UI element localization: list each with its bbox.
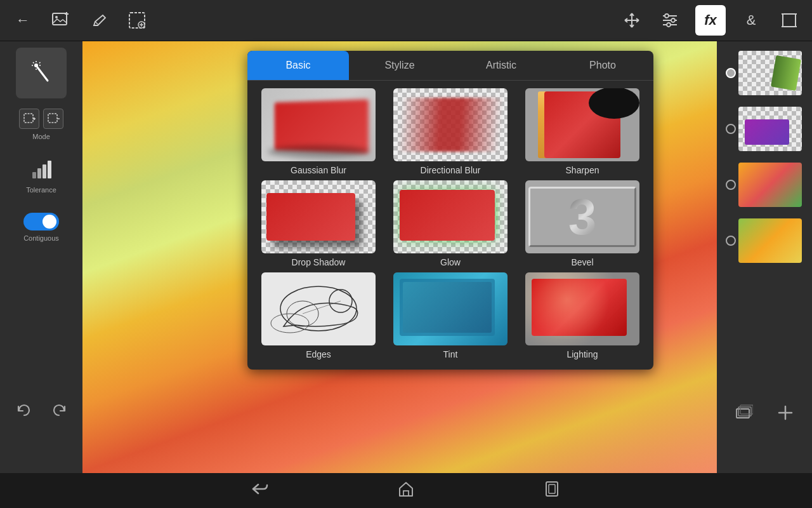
svg-rect-30 — [48, 114, 57, 123]
svg-rect-34 — [43, 164, 46, 178]
glow-thumbnail — [393, 180, 508, 253]
effect-glow[interactable]: Glow — [387, 180, 514, 267]
svg-point-13 — [667, 23, 671, 27]
svg-line-20 — [37, 67, 48, 81]
effect-lighting[interactable]: Lighting — [519, 272, 646, 359]
gaussian-blur-thumbnail — [261, 88, 376, 161]
edges-thumbnail — [261, 272, 376, 345]
svg-line-26 — [39, 62, 41, 64]
undo-redo-section — [0, 396, 82, 429]
left-sidebar: Mode Tolerance Contiguous — [0, 41, 82, 473]
svg-rect-33 — [37, 168, 41, 178]
sharpen-label: Sharpen — [566, 165, 599, 175]
layer-radio-2 — [726, 124, 736, 134]
fx-label: fx — [704, 12, 717, 29]
drop-shadow-label: Drop Shadow — [292, 257, 346, 267]
fx-effects-grid: Gaussian Blur Directional Blur Sharpen — [247, 88, 653, 359]
tab-artistic[interactable]: Artistic — [450, 51, 552, 80]
bottom-bar — [0, 473, 812, 508]
magic-wand-tool[interactable] — [16, 48, 67, 98]
undo-button[interactable] — [16, 402, 32, 422]
layer-item-3[interactable] — [723, 159, 806, 210]
add-image-button[interactable] — [48, 8, 74, 33]
layer-thumbnail-1 — [738, 51, 802, 95]
fx-panel: Basic Stylize Artistic Photo Gaussian Bl… — [247, 51, 653, 370]
mode-section: Mode — [16, 109, 67, 140]
gaussian-blur-label: Gaussian Blur — [291, 165, 346, 175]
effect-bevel[interactable]: 3 Bevel — [519, 180, 646, 267]
magic-wand-icon — [30, 60, 53, 86]
layer-thumbnail-2 — [738, 107, 802, 151]
recents-button[interactable] — [542, 479, 561, 502]
draw-button[interactable] — [86, 8, 112, 33]
svg-rect-48 — [549, 485, 555, 493]
fx-tabs: Basic Stylize Artistic Photo — [247, 51, 653, 81]
contiguous-label: Contiguous — [23, 234, 59, 242]
svg-rect-27 — [24, 114, 33, 123]
layers-panel-button[interactable] — [735, 404, 753, 425]
selection-button[interactable] — [124, 8, 150, 33]
effect-directional-blur[interactable]: Directional Blur — [387, 88, 514, 175]
top-toolbar: ← — [0, 0, 812, 41]
layer-item-1[interactable] — [723, 48, 806, 98]
directional-blur-thumbnail — [393, 88, 508, 161]
effect-sharpen[interactable]: Sharpen — [519, 88, 646, 175]
sliders-button[interactable] — [657, 8, 683, 33]
svg-rect-14 — [783, 14, 796, 27]
tint-thumbnail — [393, 272, 508, 345]
back-navigation-button[interactable] — [251, 479, 270, 502]
bevel-thumbnail: 3 — [525, 180, 639, 253]
svg-rect-32 — [32, 172, 36, 178]
tab-photo[interactable]: Photo — [552, 51, 653, 80]
svg-point-12 — [671, 18, 675, 22]
tolerance-label: Tolerance — [26, 186, 56, 194]
layer-radio-1 — [726, 68, 736, 78]
tolerance-tool[interactable]: Tolerance — [16, 150, 67, 201]
svg-rect-35 — [48, 161, 51, 178]
layer-radio-4 — [726, 236, 736, 246]
sharpen-thumbnail — [525, 88, 639, 161]
contiguous-section: Contiguous — [16, 213, 67, 242]
redo-button[interactable] — [51, 402, 67, 422]
layer-radio-3 — [726, 180, 736, 190]
mode-label: Mode — [32, 133, 50, 140]
mode-buttons — [19, 109, 63, 129]
combine-button[interactable]: & — [738, 8, 764, 33]
directional-blur-label: Directional Blur — [421, 165, 481, 175]
bevel-label: Bevel — [571, 257, 593, 267]
home-button[interactable] — [396, 479, 416, 502]
svg-point-3 — [55, 16, 58, 18]
layer-thumbnail-3 — [738, 163, 802, 207]
add-mode-button[interactable] — [19, 109, 39, 129]
svg-rect-46 — [403, 491, 409, 496]
back-button[interactable]: ← — [10, 8, 36, 33]
layer-item-4[interactable] — [723, 215, 806, 266]
edges-label: Edges — [306, 349, 331, 359]
right-sidebar — [717, 41, 812, 473]
lighting-thumbnail — [525, 272, 639, 345]
layer-thumbnail-4 — [738, 218, 802, 263]
tolerance-icon — [30, 158, 52, 182]
svg-rect-0 — [53, 13, 67, 25]
lighting-label: Lighting — [566, 349, 598, 359]
svg-point-11 — [665, 14, 669, 18]
add-layer-button[interactable] — [776, 404, 794, 425]
contiguous-toggle[interactable] — [23, 213, 59, 231]
effect-tint[interactable]: Tint — [387, 272, 514, 359]
layers-bottom — [717, 398, 812, 432]
subtract-mode-button[interactable] — [43, 109, 63, 129]
tint-label: Tint — [443, 349, 458, 359]
toolbar-left: ← — [10, 8, 150, 33]
crop-button[interactable] — [776, 8, 802, 33]
fx-button[interactable]: fx — [695, 5, 726, 36]
move-button[interactable] — [619, 8, 645, 33]
effect-edges[interactable]: Edges — [255, 272, 382, 359]
drop-shadow-thumbnail — [261, 180, 376, 253]
glow-label: Glow — [440, 257, 461, 267]
tab-stylize[interactable]: Stylize — [349, 51, 450, 80]
effect-drop-shadow[interactable]: Drop Shadow — [255, 180, 382, 267]
layer-item-2[interactable] — [723, 104, 806, 154]
svg-line-25 — [33, 62, 34, 64]
tab-basic[interactable]: Basic — [247, 51, 349, 80]
effect-gaussian-blur[interactable]: Gaussian Blur — [255, 88, 382, 175]
